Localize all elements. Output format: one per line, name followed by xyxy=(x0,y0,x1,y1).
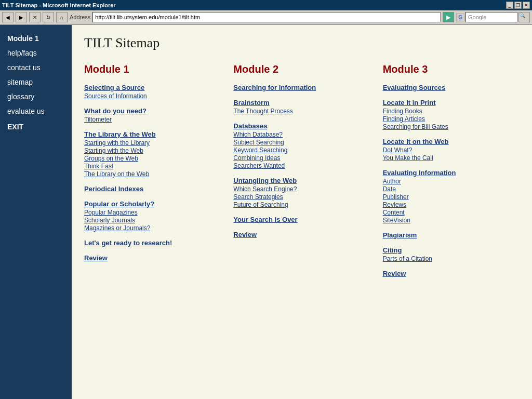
link-sitevision[interactable]: SiteVision xyxy=(383,217,514,224)
link-think-fast[interactable]: Think Fast xyxy=(84,163,216,170)
link-review-m1[interactable]: Review xyxy=(84,254,216,262)
link-content[interactable]: Content xyxy=(383,209,514,216)
link-selecting-source[interactable]: Selecting a Source xyxy=(84,84,216,91)
refresh-button[interactable]: ↻ xyxy=(43,12,54,22)
link-what-do-you-need[interactable]: What do you need? xyxy=(84,107,216,115)
link-finding-articles[interactable]: Finding Articles xyxy=(383,115,514,123)
link-date[interactable]: Date xyxy=(383,185,514,193)
minimize-button[interactable]: _ xyxy=(506,2,513,9)
module-3-column: Module 3 Evaluating Sources Locate It in… xyxy=(383,63,520,285)
link-which-search-engine[interactable]: Which Search Engine? xyxy=(233,185,365,193)
link-brainstorm[interactable]: Brainstorm xyxy=(233,99,365,107)
link-untangling-web[interactable]: Untangling the Web xyxy=(233,177,365,184)
content-area: TILT Sitemap Module 1 Selecting a Source… xyxy=(72,25,532,399)
sidebar-item-contact[interactable]: contact us xyxy=(0,60,72,75)
sidebar-item-evaluate[interactable]: evaluate us xyxy=(0,104,72,118)
link-popular-magazines[interactable]: Popular Magazines xyxy=(84,209,216,216)
link-databases[interactable]: Databases xyxy=(233,122,365,130)
link-subject-searching[interactable]: Subject Searching xyxy=(233,139,365,146)
section-popular-scholarly: Popular or Scholarly? Popular Magazines … xyxy=(84,200,216,232)
section-brainstorm: Brainstorm The Thought Process xyxy=(233,99,365,115)
section-what-do-you-need: What do you need? Tiltometer xyxy=(84,107,216,123)
link-periodical-indexes[interactable]: Periodical Indexes xyxy=(84,185,216,193)
link-searching-bill-gates[interactable]: Searching for Bill Gates xyxy=(383,123,514,130)
section-searching-info: Searching for Information xyxy=(233,84,365,91)
link-searching-info[interactable]: Searching for Information xyxy=(233,84,365,91)
module-1-heading: Module 1 xyxy=(84,63,216,75)
sidebar-item-home[interactable]: Module 1 xyxy=(0,31,72,46)
link-starting-web[interactable]: Starting with the Web xyxy=(84,147,216,154)
main-layout: Module 1 help/faqs contact us sitemap gl… xyxy=(0,25,532,399)
link-tiltometer[interactable]: Tiltometer xyxy=(84,116,216,123)
section-review-m3: Review xyxy=(383,270,514,277)
link-future-searching[interactable]: Future of Searching xyxy=(233,201,365,208)
sidebar-item-sitemap[interactable]: sitemap xyxy=(0,75,72,89)
link-evaluating-info[interactable]: Evaluating Information xyxy=(383,169,514,177)
section-review-m2: Review xyxy=(233,231,365,238)
link-magazines-or-journals[interactable]: Magazines or Journals? xyxy=(84,224,216,232)
module-2-heading: Module 2 xyxy=(233,63,365,75)
link-library-on-web[interactable]: The Library on the Web xyxy=(84,170,216,178)
link-finding-books[interactable]: Finding Books xyxy=(383,108,514,115)
address-bar[interactable]: http://tilt.lib.utsystem.edu/module1/til… xyxy=(92,12,441,22)
section-evaluating-sources: Evaluating Sources xyxy=(383,84,514,91)
go-button[interactable]: ▶ xyxy=(443,12,454,22)
section-locate-web: Locate It on the Web Dot What? You Make … xyxy=(383,138,514,162)
module-1-column: Module 1 Selecting a Source Sources of I… xyxy=(84,63,221,285)
section-selecting-source: Selecting a Source Sources of Informatio… xyxy=(84,84,216,100)
home-button[interactable]: ⌂ xyxy=(56,12,68,22)
link-scholarly-journals[interactable]: Scholarly Journals xyxy=(84,217,216,224)
section-review-m1: Review xyxy=(84,254,216,262)
link-review-m3[interactable]: Review xyxy=(383,270,514,277)
link-library-web[interactable]: The Library & the Web xyxy=(84,130,216,138)
search-input[interactable] xyxy=(466,12,517,22)
link-thought-process[interactable]: The Thought Process xyxy=(233,108,365,115)
link-lets-get-ready[interactable]: Let's get ready to research! xyxy=(84,239,216,247)
link-you-make-call[interactable]: You Make the Call xyxy=(383,154,514,162)
link-publisher[interactable]: Publisher xyxy=(383,193,514,201)
address-bar-area: Address http://tilt.lib.utsystem.edu/mod… xyxy=(70,12,454,22)
search-area: G 🔍 xyxy=(456,12,530,22)
link-review-m2[interactable]: Review xyxy=(233,231,365,238)
link-search-strategies[interactable]: Search Strategies xyxy=(233,193,365,201)
window-controls: _ ❐ ✕ xyxy=(506,2,530,9)
forward-button[interactable]: ▶ xyxy=(16,12,27,22)
link-popular-scholarly[interactable]: Popular or Scholarly? xyxy=(84,200,216,208)
section-databases: Databases Which Database? Subject Search… xyxy=(233,122,365,169)
module-3-heading: Module 3 xyxy=(383,63,514,75)
close-button[interactable]: ✕ xyxy=(523,2,530,9)
link-sources-of-info[interactable]: Sources of Information xyxy=(84,92,216,100)
link-locate-web[interactable]: Locate It on the Web xyxy=(383,138,514,145)
stop-button[interactable]: ✕ xyxy=(29,12,41,22)
link-which-database[interactable]: Which Database? xyxy=(233,131,365,138)
section-library-web: The Library & the Web Starting with the … xyxy=(84,130,216,178)
link-your-search-over[interactable]: Your Search is Over xyxy=(233,216,365,223)
link-starting-library[interactable]: Starting with the Library xyxy=(84,139,216,147)
link-searchers-wanted[interactable]: Searchers Wanted xyxy=(233,162,365,169)
link-locate-print[interactable]: Locate It in Print xyxy=(383,99,514,107)
link-groups-web[interactable]: Groups on the Web xyxy=(84,155,216,162)
modules-grid: Module 1 Selecting a Source Sources of I… xyxy=(84,63,520,285)
section-evaluating-info: Evaluating Information Author Date Publi… xyxy=(383,169,514,224)
restore-button[interactable]: ❐ xyxy=(514,2,522,9)
title-bar: TILT Sitemap - Microsoft Internet Explor… xyxy=(0,0,532,10)
link-parts-citation[interactable]: Parts of a Citation xyxy=(383,255,514,262)
link-reviews[interactable]: Reviews xyxy=(383,201,514,208)
sidebar-item-helpfaqs[interactable]: help/faqs xyxy=(0,46,72,60)
link-keyword-searching[interactable]: Keyword Searching xyxy=(233,147,365,154)
sidebar-item-exit[interactable]: EXIT xyxy=(0,119,72,134)
link-dot-what[interactable]: Dot What? xyxy=(383,147,514,154)
url-text: http://tilt.lib.utsystem.edu/module1/til… xyxy=(95,14,200,20)
link-evaluating-sources[interactable]: Evaluating Sources xyxy=(383,84,514,91)
link-citing[interactable]: Citing xyxy=(383,246,514,254)
link-plagiarism[interactable]: Plagiarism xyxy=(383,231,514,239)
toolbar: ◀ ▶ ✕ ↻ ⌂ Address http://tilt.lib.utsyst… xyxy=(0,10,532,24)
link-combining-ideas[interactable]: Combining Ideas xyxy=(233,154,365,162)
sidebar-item-glossary[interactable]: glossary xyxy=(0,89,72,104)
search-logo: G xyxy=(456,14,464,21)
section-your-search-over: Your Search is Over xyxy=(233,216,365,223)
link-author[interactable]: Author xyxy=(383,178,514,185)
module-2-column: Module 2 Searching for Information Brain… xyxy=(233,63,370,285)
back-button[interactable]: ◀ xyxy=(2,12,14,22)
search-button[interactable]: 🔍 xyxy=(518,12,530,22)
